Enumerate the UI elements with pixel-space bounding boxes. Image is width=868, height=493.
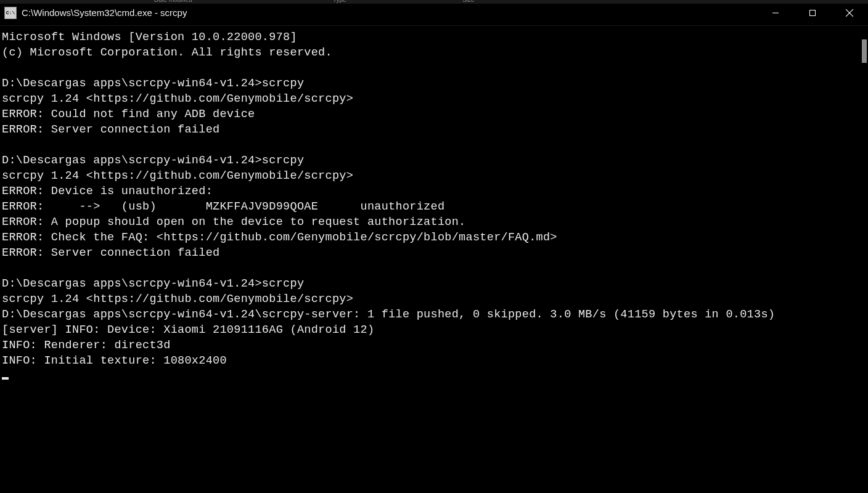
error-line: ERROR: Could not find any ADB device	[2, 107, 868, 122]
error-line: ERROR: Device is unauthorized:	[2, 184, 868, 199]
output-blank	[2, 60, 868, 76]
info-line: INFO: Initial texture: 1080x2400	[2, 353, 868, 369]
titlebar[interactable]: C:\ C:\Windows\System32\cmd.exe - scrcpy	[0, 0, 868, 26]
output-line: scrcpy 1.24 <https://github.com/Genymobi…	[2, 291, 868, 307]
col-size: Size	[462, 0, 474, 3]
maximize-button[interactable]	[794, 0, 831, 25]
cmd-icon: C:\	[4, 7, 17, 19]
col-type: Type	[333, 0, 346, 3]
col-date-modified: Date modified	[154, 0, 192, 3]
window-controls	[757, 0, 868, 25]
svg-rect-1	[810, 10, 816, 15]
output-line: Microsoft Windows [Version 10.0.22000.97…	[2, 30, 868, 45]
error-line: ERROR: Server connection failed	[2, 122, 868, 137]
titlebar-left: C:\ C:\Windows\System32\cmd.exe - scrcpy	[4, 7, 187, 19]
info-line: [server] INFO: Device: Xiaomi 21091116AG…	[2, 322, 868, 338]
output-line: scrcpy 1.24 <https://github.com/Genymobi…	[2, 168, 868, 184]
error-line: ERROR: Check the FAQ: <https://github.co…	[2, 230, 868, 245]
prompt-line: D:\Descargas apps\scrcpy-win64-v1.24>scr…	[2, 153, 868, 168]
prompt-line: D:\Descargas apps\scrcpy-win64-v1.24>scr…	[2, 276, 868, 291]
error-line: ERROR: --> (usb) MZKFFAJV9D99QOAE unauth…	[2, 199, 868, 214]
terminal-output[interactable]: Microsoft Windows [Version 10.0.22000.97…	[0, 26, 868, 493]
close-button[interactable]	[831, 0, 868, 25]
window-title: C:\Windows\System32\cmd.exe - scrcpy	[22, 7, 187, 18]
minimize-button[interactable]	[757, 0, 794, 25]
output-blank	[2, 261, 868, 276]
scrollbar[interactable]	[858, 26, 868, 493]
explorer-header-remnant: Date modified Type Size	[0, 0, 868, 4]
error-line: ERROR: Server connection failed	[2, 245, 868, 261]
info-line: INFO: Renderer: direct3d	[2, 338, 868, 353]
prompt-line: D:\Descargas apps\scrcpy-win64-v1.24>scr…	[2, 76, 868, 91]
cursor-icon	[2, 377, 9, 380]
output-line: D:\Descargas apps\scrcpy-win64-v1.24\scr…	[2, 307, 868, 322]
output-blank	[2, 137, 868, 153]
output-line: scrcpy 1.24 <https://github.com/Genymobi…	[2, 91, 868, 107]
cursor-line	[2, 369, 868, 384]
output-line: (c) Microsoft Corporation. All rights re…	[2, 45, 868, 60]
scrollbar-thumb[interactable]	[862, 39, 867, 63]
error-line: ERROR: A popup should open on the device…	[2, 214, 868, 230]
